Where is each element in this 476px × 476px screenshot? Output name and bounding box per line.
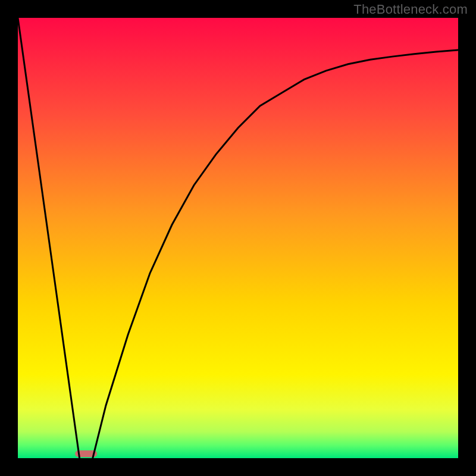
plot-svg — [18, 18, 458, 458]
attribution-text: TheBottleneck.com — [353, 2, 468, 17]
gradient-background — [18, 18, 458, 458]
plot-area — [18, 18, 458, 458]
chart-frame: TheBottleneck.com — [0, 0, 476, 476]
